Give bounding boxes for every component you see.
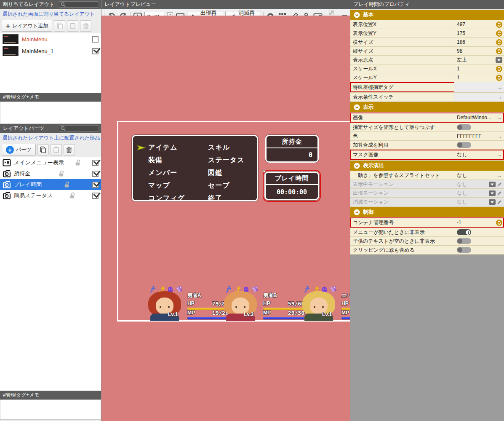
layout-part-item[interactable]: 所持金 xyxy=(0,168,101,179)
pencil-icon[interactable] xyxy=(497,190,502,196)
party-member-status[interactable]: 勇者B HP59/60 MP29/30 Lv.3 xyxy=(221,285,309,322)
party-member-status[interactable]: エリ HP MP Lv.1 xyxy=(299,285,350,322)
property-row[interactable]: クリッピングに親も含める xyxy=(350,246,504,255)
add-layout-button[interactable]: +レイアウト追加 xyxy=(2,20,52,32)
layout-part-item[interactable]: メインメニュー表示 xyxy=(0,157,101,168)
property-value[interactable]: DefaultWindo...→ xyxy=(454,113,504,123)
toggle-switch-off[interactable] xyxy=(457,124,471,130)
section-header[interactable]: 制御 xyxy=(350,206,504,217)
property-row[interactable]: スケールX1 xyxy=(350,64,504,73)
lock-icon[interactable] xyxy=(59,170,64,177)
copy-part-button[interactable] xyxy=(37,144,49,156)
property-value[interactable]: なし→ xyxy=(454,150,504,160)
property-row[interactable]: マスク画像なし→ xyxy=(350,150,504,160)
property-row[interactable]: 横サイズ186 xyxy=(350,38,504,47)
toggle-switch-on[interactable] xyxy=(457,229,471,235)
assign-layout-search-input[interactable] xyxy=(59,1,98,8)
property-row[interactable]: 色FFFFFFFF→ xyxy=(350,132,504,141)
dropdown-button[interactable] xyxy=(496,57,502,63)
preview-canvas[interactable]: アイテム装備メンバーマップコンフィグ スキルステータス図鑑セーブ終了 所持金 0… xyxy=(101,16,350,421)
memo-bottom-field[interactable] xyxy=(0,400,101,420)
spinner-icon[interactable] xyxy=(496,21,502,28)
property-value[interactable]: 175 xyxy=(454,29,504,38)
detail-arrow-icon[interactable]: → xyxy=(496,84,502,90)
pencil-icon[interactable] xyxy=(497,199,502,205)
spinner-icon[interactable] xyxy=(496,220,502,226)
property-value[interactable]: なし→ xyxy=(454,171,504,180)
property-value[interactable]: なし xyxy=(454,180,504,188)
selection-handle[interactable] xyxy=(263,170,265,172)
detail-arrow-icon[interactable]: → xyxy=(496,133,502,139)
pencil-icon[interactable] xyxy=(497,182,502,187)
property-value[interactable]: 186 xyxy=(454,38,504,46)
property-value[interactable]: 98 xyxy=(454,47,504,55)
detail-arrow-icon[interactable]: → xyxy=(496,172,502,178)
part-visible-checkbox[interactable] xyxy=(92,171,99,177)
property-value[interactable]: FFFFFFFF→ xyxy=(454,132,504,140)
layout-visible-checkbox[interactable] xyxy=(92,48,99,54)
dropdown-button[interactable] xyxy=(489,199,496,205)
property-row[interactable]: 指定サイズを矩形として塗りつぶす xyxy=(350,123,504,132)
layout-part-item[interactable]: 簡易ステータス xyxy=(0,190,101,201)
layout-visible-checkbox[interactable] xyxy=(92,36,99,43)
toggle-switch-off[interactable] xyxy=(457,247,471,253)
property-value[interactable]: 1 xyxy=(454,64,504,73)
property-value[interactable]: 左上 xyxy=(454,56,504,64)
section-header[interactable]: 表示 xyxy=(350,102,504,113)
property-row[interactable]: メニューが開いたときに非表示 xyxy=(350,228,504,237)
party-member-status[interactable]: 勇者A HP79/80 MP19/20 Lv.1 xyxy=(145,285,234,322)
memo-top-field[interactable] xyxy=(0,102,101,124)
dropdown-button[interactable] xyxy=(489,182,496,187)
spinner-icon[interactable] xyxy=(496,48,502,54)
property-row[interactable]: 出現モーションなし xyxy=(350,189,504,198)
spinner-icon[interactable] xyxy=(496,30,502,37)
property-value[interactable] xyxy=(454,237,504,245)
copy-layout-button[interactable] xyxy=(54,20,65,32)
layout-parts-search-input[interactable] xyxy=(59,125,98,131)
detail-arrow-icon[interactable]: → xyxy=(496,115,502,121)
property-value[interactable] xyxy=(454,123,504,131)
dropdown-button[interactable] xyxy=(489,190,496,196)
property-value[interactable] xyxy=(454,141,504,149)
layout-list-item[interactable]: MainMenu_1 xyxy=(0,45,101,57)
property-value[interactable] xyxy=(454,246,504,254)
property-row[interactable]: 縦サイズ98 xyxy=(350,47,504,56)
part-visible-checkbox[interactable] xyxy=(92,193,99,199)
lock-icon[interactable] xyxy=(75,159,81,166)
property-row[interactable]: 特殊座標指定タグ→ xyxy=(350,82,504,93)
property-row[interactable]: 「動き」を参照するスプライトセットなし→ xyxy=(350,171,504,180)
property-row[interactable]: コンテナ管理番号-1 xyxy=(350,217,504,228)
main-menu-window[interactable]: アイテム装備メンバーマップコンフィグ スキルステータス図鑑セーブ終了 xyxy=(132,135,258,201)
property-row[interactable]: 表示原点左上 xyxy=(350,56,504,64)
property-row[interactable]: 画像DefaultWindo...→ xyxy=(350,113,504,123)
spinner-icon[interactable] xyxy=(496,75,502,81)
property-row[interactable]: 消滅モーションなし xyxy=(350,198,504,206)
section-header[interactable]: 基本 xyxy=(350,9,504,20)
detail-arrow-icon[interactable]: → xyxy=(496,94,502,100)
toggle-switch-off[interactable] xyxy=(457,238,471,244)
paste-part-button[interactable] xyxy=(51,144,62,156)
spinner-icon[interactable] xyxy=(496,39,502,46)
money-window[interactable]: 所持金 0 xyxy=(265,135,319,163)
part-visible-checkbox[interactable] xyxy=(92,160,99,166)
detail-arrow-icon[interactable]: → xyxy=(496,152,502,158)
property-value[interactable]: なし xyxy=(454,198,504,206)
property-row[interactable]: 子供のテキストが空のときに非表示 xyxy=(350,237,504,246)
property-value[interactable] xyxy=(454,228,504,236)
property-row[interactable]: 加算合成を利用 xyxy=(350,141,504,150)
property-value[interactable]: 1 xyxy=(454,73,504,82)
layout-part-item[interactable]: プレイ時間 xyxy=(0,179,101,190)
property-row[interactable]: 表示位置Y175 xyxy=(350,29,504,38)
lock-icon[interactable] xyxy=(64,181,70,188)
paste-layout-button[interactable] xyxy=(67,20,78,32)
property-row[interactable]: 表示中モーションなし xyxy=(350,180,504,189)
property-value[interactable]: なし xyxy=(454,189,504,197)
property-row[interactable]: スケールY1 xyxy=(350,73,504,82)
part-visible-checkbox[interactable] xyxy=(92,182,99,188)
property-value[interactable]: 497 xyxy=(454,20,504,29)
toggle-switch-off[interactable] xyxy=(457,142,471,148)
spinner-icon[interactable] xyxy=(496,66,502,72)
property-value[interactable]: -1 xyxy=(454,217,504,228)
property-value[interactable]: → xyxy=(454,93,504,101)
lock-icon[interactable] xyxy=(69,192,75,199)
